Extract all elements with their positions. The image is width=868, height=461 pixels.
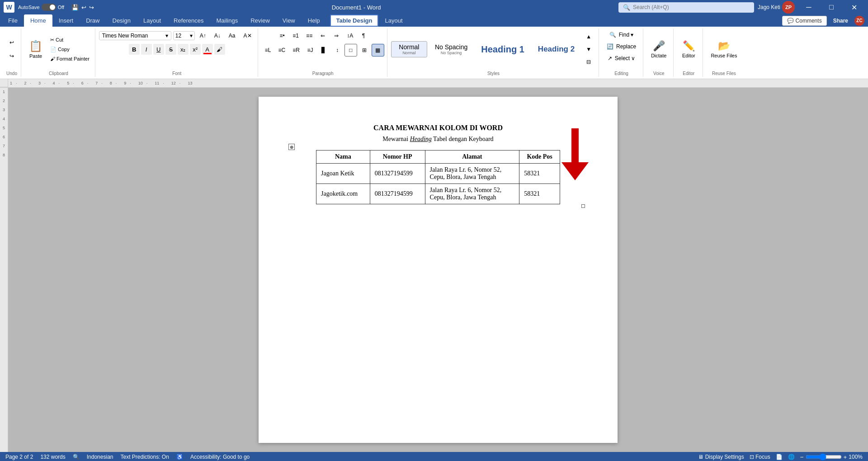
search-input[interactable] [633, 4, 750, 10]
focus-button[interactable]: ⊡ Focus [750, 454, 770, 460]
tab-file[interactable]: File [2, 14, 24, 27]
shading-button[interactable]: □ [344, 44, 357, 56]
replace-button[interactable]: 🔄 Replace [603, 41, 640, 52]
web-layout-button[interactable]: 🌐 [788, 454, 795, 460]
show-hide-button[interactable]: ¶ [357, 29, 370, 42]
undo-button[interactable]: ↩ [5, 36, 18, 49]
user-avatar[interactable]: ZP [782, 1, 795, 14]
tab-insert[interactable]: Insert [52, 14, 80, 27]
editing-group-content: 🔍 Find ▾ 🔄 Replace ↗ Select ∨ [603, 29, 640, 69]
undo-icon-title[interactable]: ↩ [81, 4, 86, 11]
editing-group: 🔍 Find ▾ 🔄 Replace ↗ Select ∨ Editing [600, 28, 643, 77]
borders-button[interactable]: ⊞ [358, 44, 371, 56]
align-center-button[interactable]: ≡C [275, 44, 289, 56]
print-layout-button[interactable]: 📄 [776, 454, 783, 460]
font-color-button[interactable]: A [202, 44, 213, 55]
strikethrough-button[interactable]: S̶ [165, 44, 176, 55]
zoom-in-button[interactable]: + [844, 454, 847, 461]
clear-format-button[interactable]: A✕ [241, 29, 255, 42]
superscript-button[interactable]: x² [190, 44, 201, 55]
styles-scroll-down[interactable]: ▼ [582, 43, 595, 56]
styles-scroll-up[interactable]: ▲ [582, 30, 595, 43]
table-move-handle[interactable]: ⊕ [288, 144, 295, 150]
table-header-row: Nama Nomor HP Alamat Kode Pos [316, 151, 560, 164]
tab-references[interactable]: References [167, 14, 210, 27]
voice-group-label: Voice [653, 69, 664, 76]
font-size-selector[interactable]: 12 ▾ [173, 31, 195, 40]
find-button[interactable]: 🔍 Find ▾ [605, 29, 638, 40]
align-left-button[interactable]: ≡L [262, 44, 274, 56]
tab-view[interactable]: View [276, 14, 302, 27]
display-settings-button[interactable]: 🖥 Display Settings [698, 454, 744, 460]
zoom-slider[interactable] [806, 453, 842, 461]
style-normal[interactable]: Normal Normal [391, 41, 427, 57]
tab-design[interactable]: Design [106, 14, 137, 27]
tab-home[interactable]: Home [24, 14, 52, 27]
select-button[interactable]: ↗ Select ∨ [604, 53, 640, 64]
cell-kodepos-2: 58321 [519, 184, 560, 204]
multilevel-list-button[interactable]: ≡≡ [303, 29, 316, 42]
search-bar[interactable]: 🔍 [618, 2, 754, 13]
paragraph-group: ≡• ≡1 ≡≡ ⇐ ⇒ ↕A ¶ ≡L ≡C ≡R ≡J ▊ ↕ □ ⊞ [259, 28, 387, 77]
table-button[interactable]: ▦ [372, 44, 384, 56]
style-heading2[interactable]: Heading 2 [532, 42, 580, 56]
redo-icon-title[interactable]: ↪ [89, 4, 94, 11]
align-right-button[interactable]: ≡R [289, 44, 303, 56]
cut-button[interactable]: ✂ Cut [47, 36, 92, 44]
zoom-out-button[interactable]: − [800, 454, 804, 461]
paste-button[interactable]: 📋 Paste [25, 38, 47, 61]
italic-button[interactable]: I [141, 44, 152, 55]
increase-indent-button[interactable]: ⇒ [330, 29, 343, 42]
status-bar: Page 2 of 2 132 words 🔍 Indonesian Text … [0, 452, 868, 461]
autosave-toggle[interactable] [42, 4, 56, 11]
font-family-selector[interactable]: Times New Roman ▾ [99, 31, 171, 40]
close-button[interactable]: ✕ [844, 0, 864, 14]
style-nospacing[interactable]: No Spacing No Spacing [429, 41, 473, 57]
text-predictions: Text Predictions: On [120, 454, 169, 460]
table-resize-handle[interactable] [581, 204, 585, 208]
font-case-button[interactable]: Aa [226, 29, 239, 42]
increase-font-button[interactable]: A↑ [197, 29, 209, 42]
dictate-button[interactable]: 🎤 Dictate [647, 38, 670, 61]
tab-draw[interactable]: Draw [80, 14, 106, 27]
justify-button[interactable]: ≡J [304, 44, 316, 56]
sort-button[interactable]: ↕A [344, 29, 356, 42]
save-icon[interactable]: 💾 [71, 4, 79, 11]
tab-help[interactable]: Help [302, 14, 326, 27]
subscript-button[interactable]: x₂ [178, 44, 189, 55]
font-group-label: Font [172, 69, 181, 76]
bold-button[interactable]: B [129, 44, 140, 55]
undo-group-label: Undo [6, 69, 17, 76]
numbering-button[interactable]: ≡1 [289, 29, 302, 42]
line-spacing-button[interactable]: ↕ [331, 44, 344, 56]
cell-kodepos-1: 58321 [519, 164, 560, 184]
tab-review[interactable]: Review [244, 14, 276, 27]
styles-more[interactable]: ⊟ [582, 56, 595, 68]
decrease-font-button[interactable]: A↓ [211, 29, 224, 42]
editor-button[interactable]: ✏️ Editor [677, 38, 700, 61]
cell-nomorhp-1: 081327194599 [370, 164, 425, 184]
highlight-button[interactable]: 🖌 [214, 44, 225, 55]
decrease-indent-button[interactable]: ⇐ [316, 29, 329, 42]
tab-layout[interactable]: Layout [137, 14, 167, 27]
reuse-files-button[interactable]: 📂 Reuse Files [707, 38, 741, 61]
comments-button[interactable]: 💬 Comments [782, 16, 826, 26]
share-button[interactable]: Share [829, 16, 853, 25]
minimize-button[interactable]: ─ [798, 0, 819, 14]
tab-mailings[interactable]: Mailings [210, 14, 245, 27]
proofing-icon: 🔍 [73, 454, 80, 460]
underline-button[interactable]: U [153, 44, 164, 55]
restore-button[interactable]: □ [821, 0, 842, 14]
ribbon-user-avatar[interactable]: ZC [854, 16, 864, 26]
copy-button[interactable]: 📄 Copy [47, 45, 92, 54]
ribbon-content: ↩ ↪ Undo 📋 Paste ✂ Cut 📄 Copy 🖌 Format P… [0, 27, 868, 79]
tab-tabledesign[interactable]: Table Design [330, 14, 379, 27]
format-painter-button[interactable]: 🖌 Format Painter [47, 55, 92, 63]
redo-button[interactable]: ↪ [5, 50, 18, 62]
columns-button[interactable]: ▊ [317, 44, 330, 56]
style-heading1[interactable]: Heading 1 [475, 42, 530, 57]
page-number: Page 2 of 2 [5, 454, 33, 460]
bullets-button[interactable]: ≡• [276, 29, 288, 42]
tab-tablelayout[interactable]: Layout [378, 14, 409, 27]
reuse-icon: 📂 [718, 40, 730, 52]
